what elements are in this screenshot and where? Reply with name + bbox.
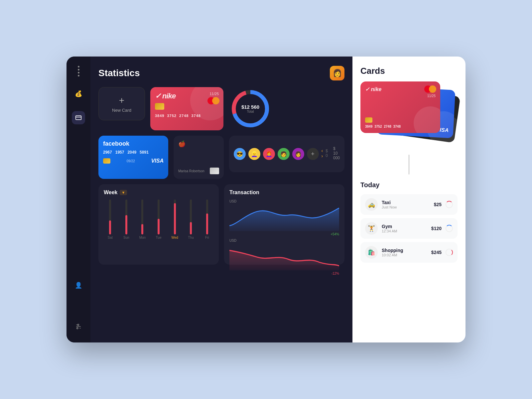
sidebar-icon-settings[interactable] <box>72 320 85 333</box>
transaction-chart: Transaction USD <box>224 184 344 265</box>
person-avatar-1[interactable]: 😎 <box>234 148 246 160</box>
gym-info: Gym 12:34 AM <box>382 224 427 233</box>
donut-center: $12 560 Total <box>241 104 259 113</box>
stats-header: Statistics 👩 <box>98 66 344 80</box>
bar-fill-mon <box>141 224 143 235</box>
right-panel: Cards VISA ✓ nike 11/25 <box>352 57 466 342</box>
left-panel: 💰 👤 <box>66 57 352 342</box>
range-end: $ 10 000 <box>333 146 340 160</box>
fb-chip-icon <box>103 158 110 164</box>
bar-fill-sun <box>125 215 127 234</box>
week-filter[interactable]: ▼ <box>120 190 127 195</box>
range-row: ‹ › $ 0 $ 10 000 <box>322 146 340 160</box>
bar-track-sat <box>109 200 111 234</box>
shopping-time: 10:02 AM <box>382 253 427 257</box>
range-start: $ 0 <box>326 149 328 158</box>
new-card-button[interactable]: + New Card <box>98 87 145 120</box>
fb-num-3: 2049 <box>127 150 136 155</box>
apple-card[interactable]: 🍎 Marisa Robertson <box>174 136 224 179</box>
nike-card[interactable]: ✓ nike 11/25 3849 3752 2748 3748 <box>150 87 223 130</box>
sidebar: 💰 👤 <box>66 57 90 342</box>
gym-time: 12:34 AM <box>382 229 427 233</box>
fb-num-2: 1957 <box>115 150 124 155</box>
bar-track-sun <box>125 200 127 234</box>
people-row: 😎 👱‍♀️ 👩‍🦰 🧑 👩 + ‹ › $ 0 $ 10 000 <box>229 136 344 172</box>
sidebar-icon-wallet[interactable]: 💰 <box>72 87 85 100</box>
transaction-gym[interactable]: 🏋️ Gym 12:34 AM $120 <box>360 218 458 239</box>
svg-point-6 <box>77 328 78 329</box>
bar-fill-fri <box>206 213 208 234</box>
gym-amount: $120 <box>431 226 442 231</box>
taxi-info: Taxi Just Now <box>382 200 430 209</box>
tx-chart-title: Transaction <box>229 190 259 196</box>
bar-fill-wed <box>174 203 176 235</box>
top-row: + New Card ✓ nike 11/25 3849 3752 27 <box>98 87 344 130</box>
week-chart-title: Week <box>104 190 118 196</box>
transaction-taxi[interactable]: 🚕 Taxi Just Now $25 <box>360 194 458 215</box>
sidebar-icon-cards[interactable] <box>72 111 85 124</box>
menu-dots-icon[interactable] <box>78 66 79 76</box>
tx-chart-title-row: Transaction <box>229 190 339 196</box>
bar-fill-thu <box>190 222 192 234</box>
gym-icon: 🏋️ <box>365 222 378 235</box>
shopping-icon: 🛍️ <box>365 246 378 259</box>
user-avatar[interactable]: 👩 <box>330 66 344 80</box>
shopping-status-icon <box>446 249 453 256</box>
taxi-amount: $25 <box>434 202 442 207</box>
week-chart: Week ▼ Sat <box>98 184 219 265</box>
card-expiry: 11/25 <box>209 92 219 96</box>
facebook-card-label: facebook <box>103 140 164 147</box>
donut-label: Total <box>241 110 259 113</box>
apple-chip-icon <box>210 168 219 174</box>
add-person-button[interactable]: + <box>307 148 319 160</box>
card-num-2: 3752 <box>167 114 176 118</box>
visa-logo: VISA <box>151 158 164 164</box>
fb-num-4: 5891 <box>140 150 149 155</box>
gym-status-icon <box>446 225 453 232</box>
apple-card-name: Marisa Robertson <box>178 169 204 173</box>
taxi-time: Just Now <box>382 205 430 209</box>
second-row: facebook 2967 1957 2049 5891 09/22 VISA <box>98 136 344 179</box>
person-avatar-3[interactable]: 👩‍🦰 <box>263 148 275 160</box>
tx-percent-2: -12% <box>229 272 339 275</box>
bar-label-fri: Fri <box>205 236 209 239</box>
facebook-card-numbers: 2967 1957 2049 5891 <box>103 150 164 155</box>
person-avatar-4[interactable]: 🧑 <box>278 148 290 160</box>
sidebar-icon-user[interactable]: 👤 <box>72 279 85 292</box>
red-card[interactable]: ✓ nike 11/25 3849 3752 2748 3748 <box>360 81 440 133</box>
chart-title-row: Week ▼ <box>104 190 213 196</box>
new-card-plus-icon: + <box>119 95 124 106</box>
tx-percent-1: +54% <box>229 232 339 236</box>
red-card-num-1: 3849 <box>365 125 372 128</box>
app-container: 💰 👤 <box>66 57 466 342</box>
transaction-shopping[interactable]: 🛍️ Shopping 10:02 AM $245 <box>360 242 458 263</box>
facebook-card[interactable]: facebook 2967 1957 2049 5891 09/22 VISA <box>98 136 168 179</box>
line-chart-blue <box>229 204 339 231</box>
facebook-card-bottom: 09/22 VISA <box>103 158 164 164</box>
bar-track-thu <box>190 200 192 234</box>
bar-label-sat: Sat <box>108 236 113 239</box>
tx-usd-label-2: USD <box>229 239 339 242</box>
svg-point-5 <box>77 324 79 326</box>
person-avatar-5[interactable]: 👩 <box>292 148 304 160</box>
svg-rect-0 <box>76 116 81 120</box>
line-chart-red <box>229 244 339 270</box>
apple-logo-icon: 🍎 <box>178 140 219 148</box>
new-card-label: New Card <box>112 108 131 113</box>
red-card-inner: ✓ nike 11/25 3849 3752 2748 3748 <box>360 81 440 133</box>
cards-stack: VISA ✓ nike 11/25 3849 3752 <box>360 81 458 148</box>
person-avatar-2[interactable]: 👱‍♀️ <box>248 148 260 160</box>
shopping-name: Shopping <box>382 248 427 253</box>
red-card-expiry: 11/25 <box>427 94 436 98</box>
range-controls[interactable]: ‹ › <box>322 148 323 159</box>
card-chip-icon <box>155 103 164 110</box>
bar-fill-tue <box>158 219 160 234</box>
bar-sun: Sun <box>120 200 133 239</box>
mastercard-logo-icon <box>207 97 219 104</box>
charts-row: Week ▼ Sat <box>98 184 344 265</box>
shopping-amount: $245 <box>431 250 442 255</box>
red-card-mastercard <box>424 85 436 93</box>
bar-label-thu: Thu <box>188 236 194 239</box>
card-number-row: 3849 3752 2748 3748 <box>155 114 219 118</box>
bar-track-tue <box>158 200 160 234</box>
